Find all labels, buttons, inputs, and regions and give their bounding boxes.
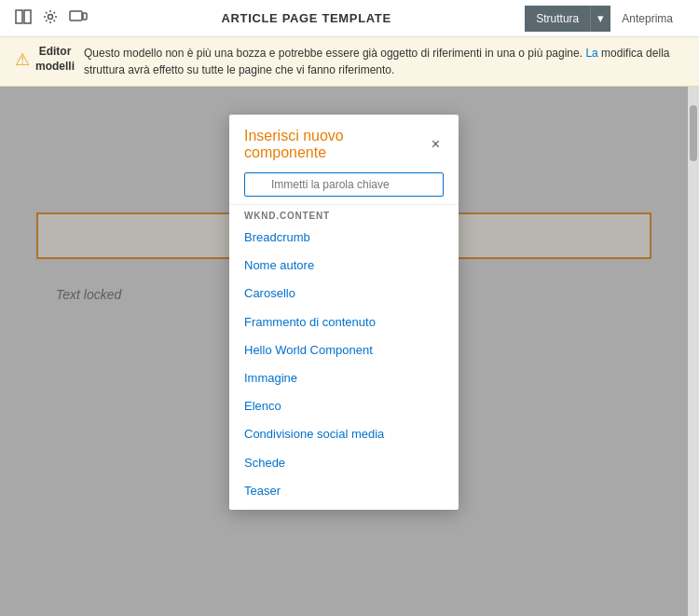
page-title: ARTICLE PAGE TEMPLATE	[222, 11, 391, 25]
modal-title: Inserisci nuovo componente	[244, 128, 428, 161]
editor-modelli-label-1: Editor	[39, 45, 72, 60]
component-list: WKND.CONTENT Breadcrumb Nome autore Caro…	[229, 204, 459, 502]
list-item-schede[interactable]: Schede	[229, 449, 459, 477]
scrollbar-track[interactable]	[688, 87, 699, 616]
list-item-hello-world[interactable]: Hello World Component	[229, 336, 459, 364]
warning-bar: ⚠ Editor modelli Questo modello non è pi…	[0, 37, 699, 87]
svg-rect-4	[83, 13, 87, 20]
list-item-carosello[interactable]: Carosello	[229, 280, 459, 308]
toolbar-left	[15, 9, 88, 28]
warning-link[interactable]: La	[585, 47, 597, 60]
editor-modelli-label-2: modelli	[35, 60, 75, 75]
anteprima-button[interactable]: Anteprima	[610, 7, 684, 30]
list-item-nome-autore[interactable]: Nome autore	[229, 252, 459, 280]
svg-rect-1	[24, 10, 31, 23]
component-search-input[interactable]	[244, 172, 444, 197]
svg-point-2	[48, 14, 53, 19]
warning-icon: ⚠	[15, 49, 30, 70]
list-item-frammento[interactable]: Frammento di contenuto	[229, 308, 459, 336]
search-container: 🔍	[229, 169, 459, 204]
list-item-immagine[interactable]: Immagine	[229, 364, 459, 392]
main-area: Text locked Inserisci nuovo componente ×…	[0, 87, 699, 616]
modal-overlay: Inserisci nuovo componente × 🔍 WKND.CONT…	[0, 87, 688, 616]
struttura-button[interactable]: Struttura	[525, 6, 590, 32]
svg-rect-3	[70, 11, 82, 21]
settings-icon[interactable]	[43, 9, 58, 28]
modal-close-button[interactable]: ×	[428, 135, 444, 154]
device-icon[interactable]	[69, 9, 88, 28]
insert-component-modal: Inserisci nuovo componente × 🔍 WKND.CONT…	[229, 115, 459, 510]
layout-icon[interactable]	[15, 9, 32, 28]
modal-header: Inserisci nuovo componente ×	[229, 115, 459, 169]
section-header-wknd-content: WKND.CONTENT	[229, 205, 459, 224]
warning-message: Questo modello non è più una bozza e pot…	[84, 45, 684, 78]
svg-rect-0	[16, 10, 22, 23]
list-item-breadcrumb[interactable]: Breadcrumb	[229, 224, 459, 252]
list-item-teaser[interactable]: Teaser	[229, 477, 459, 502]
toolbar-right: Struttura ▾ Anteprima	[525, 6, 684, 32]
struttura-chevron-button[interactable]: ▾	[590, 6, 610, 32]
scrollbar-thumb[interactable]	[690, 105, 697, 161]
list-item-condivisione[interactable]: Condivisione social media	[229, 420, 459, 448]
top-toolbar: ARTICLE PAGE TEMPLATE Struttura ▾ Antepr…	[0, 0, 699, 37]
list-item-elenco[interactable]: Elenco	[229, 392, 459, 420]
